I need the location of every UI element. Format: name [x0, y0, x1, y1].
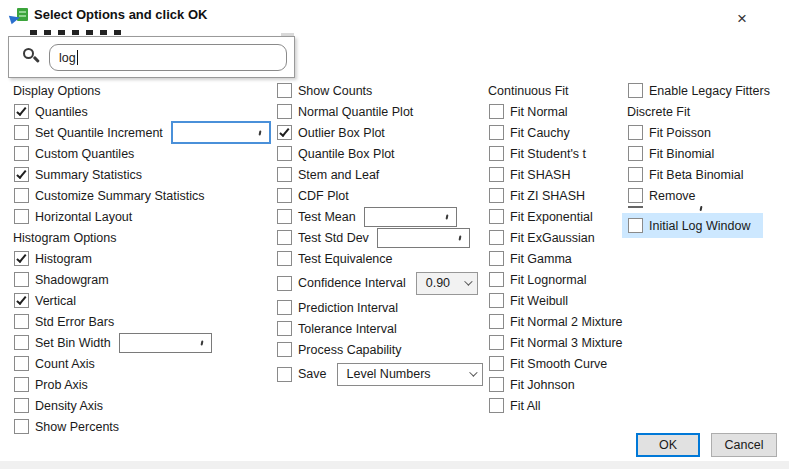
option-show-percents[interactable]: Show Percents [8, 416, 271, 437]
option-fit-beta-binomial[interactable]: Fit Beta Binomial [622, 164, 782, 185]
option-custom-quantiles[interactable]: Custom Quantiles [8, 143, 271, 164]
checkbox[interactable] [489, 356, 504, 371]
checkbox[interactable] [489, 314, 504, 329]
option-fit-shash[interactable]: Fit SHASH [483, 164, 622, 185]
option-set-bin-width[interactable]: Set Bin Width [8, 332, 271, 353]
option-confidence-interval[interactable]: Confidence Interval0.90 [271, 269, 483, 297]
checkbox[interactable] [277, 167, 292, 182]
option-fit-johnson[interactable]: Fit Johnson [483, 374, 622, 395]
option-test-equivalence[interactable]: Test Equivalence [271, 248, 483, 269]
checkbox[interactable] [14, 419, 29, 434]
option-horizontal-layout[interactable]: Horizontal Layout [8, 206, 271, 227]
checkbox[interactable] [628, 125, 643, 140]
checkbox[interactable] [277, 300, 292, 315]
checkbox[interactable] [277, 321, 292, 336]
checkbox[interactable] [277, 209, 292, 224]
checkbox[interactable] [489, 146, 504, 161]
option-std-error-bars[interactable]: Std Error Bars [8, 311, 271, 332]
numeric-input[interactable] [119, 333, 212, 353]
option-test-mean[interactable]: Test Mean [271, 206, 483, 227]
option-prediction-interval[interactable]: Prediction Interval [271, 297, 483, 318]
option-fit-weibull[interactable]: Fit Weibull [483, 290, 622, 311]
option-fit-zi-shash[interactable]: Fit ZI SHASH [483, 185, 622, 206]
checkbox[interactable] [277, 251, 292, 266]
option-process-capability[interactable]: Process Capability [271, 339, 483, 360]
checkbox[interactable] [14, 251, 29, 266]
option-fit-normal-2-mixture[interactable]: Fit Normal 2 Mixture [483, 311, 622, 332]
checkbox[interactable] [277, 83, 292, 98]
option-histogram[interactable]: Histogram [8, 248, 271, 269]
checkbox[interactable] [489, 293, 504, 308]
option-fit-poisson[interactable]: Fit Poisson [622, 122, 782, 143]
checkbox[interactable] [14, 209, 29, 224]
checkbox[interactable] [489, 272, 504, 287]
checkbox[interactable] [14, 377, 29, 392]
checkbox[interactable] [14, 146, 29, 161]
ok-button[interactable]: OK [636, 433, 700, 457]
checkbox[interactable] [628, 188, 643, 203]
option-test-std-dev[interactable]: Test Std Dev [271, 227, 483, 248]
checkbox[interactable] [277, 146, 292, 161]
option-fit-exgaussian[interactable]: Fit ExGaussian [483, 227, 622, 248]
option-density-axis[interactable]: Density Axis [8, 395, 271, 416]
checkbox[interactable] [489, 209, 504, 224]
checkbox[interactable] [489, 188, 504, 203]
numeric-input[interactable] [171, 121, 271, 144]
checkbox[interactable] [14, 335, 29, 350]
dropdown-save[interactable]: Level Numbers [337, 363, 483, 386]
checkbox[interactable] [489, 251, 504, 266]
option-fit-all[interactable]: Fit All [483, 395, 622, 416]
option-normal-quantile-plot[interactable]: Normal Quantile Plot [271, 101, 483, 122]
option-prob-axis[interactable]: Prob Axis [8, 374, 271, 395]
option-fit-smooth-curve[interactable]: Fit Smooth Curve [483, 353, 622, 374]
option-fit-binomial[interactable]: Fit Binomial [622, 143, 782, 164]
checkbox[interactable] [14, 314, 29, 329]
option-cdf-plot[interactable]: CDF Plot [271, 185, 483, 206]
option-fit-lognormal[interactable]: Fit Lognormal [483, 269, 622, 290]
option-tolerance-interval[interactable]: Tolerance Interval [271, 318, 483, 339]
option-quantiles[interactable]: Quantiles [8, 101, 271, 122]
checkbox[interactable] [14, 356, 29, 371]
checkbox[interactable] [277, 342, 292, 357]
checkbox[interactable] [277, 367, 292, 382]
option-fit-exponential[interactable]: Fit Exponential [483, 206, 622, 227]
checkbox[interactable] [628, 146, 643, 161]
checkbox[interactable] [628, 218, 643, 233]
checkbox[interactable] [628, 83, 643, 98]
checkbox[interactable] [277, 104, 292, 119]
close-icon[interactable]: × [731, 8, 753, 28]
option-fit-normal-3-mixture[interactable]: Fit Normal 3 Mixture [483, 332, 622, 353]
numeric-input[interactable] [377, 228, 470, 248]
checkbox[interactable] [277, 230, 292, 245]
checkbox[interactable] [489, 230, 504, 245]
option-shadowgram[interactable]: Shadowgram [8, 269, 271, 290]
numeric-input[interactable] [364, 207, 457, 227]
checkbox[interactable] [14, 398, 29, 413]
checkbox[interactable] [14, 167, 29, 182]
checkbox[interactable] [489, 377, 504, 392]
checkbox[interactable] [277, 276, 292, 291]
option-customize-summary-statistics[interactable]: Customize Summary Statistics [8, 185, 271, 206]
checkbox[interactable] [489, 398, 504, 413]
option-save[interactable]: SaveLevel Numbers [271, 360, 483, 388]
search-input[interactable]: log [49, 44, 287, 71]
checkbox[interactable] [14, 293, 29, 308]
checkbox[interactable] [489, 104, 504, 119]
checkbox[interactable] [489, 335, 504, 350]
option-stem-and-leaf[interactable]: Stem and Leaf [271, 164, 483, 185]
option-fit-cauchy[interactable]: Fit Cauchy [483, 122, 622, 143]
option-set-quantile-increment[interactable]: Set Quantile Increment [8, 122, 271, 143]
option-initial-log-window[interactable]: Initial Log Window [622, 213, 763, 238]
checkbox[interactable] [14, 104, 29, 119]
option-summary-statistics[interactable]: Summary Statistics [8, 164, 271, 185]
option-fit-normal[interactable]: Fit Normal [483, 101, 622, 122]
option-outlier-box-plot[interactable]: Outlier Box Plot [271, 122, 483, 143]
option-enable-legacy-fitters[interactable]: Enable Legacy Fitters [622, 80, 782, 101]
checkbox[interactable] [489, 167, 504, 182]
option-count-axis[interactable]: Count Axis [8, 353, 271, 374]
option-fit-gamma[interactable]: Fit Gamma [483, 248, 622, 269]
checkbox[interactable] [14, 188, 29, 203]
option-fit-student-s-t[interactable]: Fit Student's t [483, 143, 622, 164]
checkbox[interactable] [277, 188, 292, 203]
checkbox[interactable] [14, 125, 29, 140]
